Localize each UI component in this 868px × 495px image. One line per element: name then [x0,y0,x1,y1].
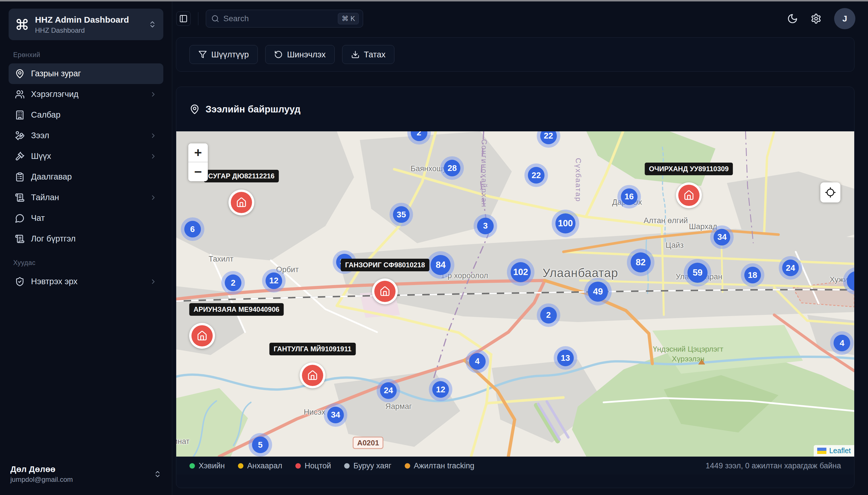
cluster-marker[interactable]: 6 [181,217,204,241]
cluster-marker[interactable]: 82 [627,249,654,276]
chevron-right-icon [150,278,157,285]
scroll-icon [15,193,25,203]
sidebar-item-label: Салбар [31,110,157,120]
gear-icon [810,13,821,24]
legend-dot [295,463,301,468]
cluster-count: 4 [834,335,850,351]
cluster-marker[interactable]: 4 [465,349,489,373]
download-button[interactable]: Татах [342,45,395,64]
cluster-marker[interactable]: 4 [830,331,854,355]
cluster-marker[interactable]: 3 [474,214,497,238]
cluster-marker[interactable]: 59 [684,259,711,287]
sidebar-item-gavel[interactable]: Шүүх [9,146,163,167]
cluster-count: 34 [714,229,730,245]
cluster-marker[interactable]: 12 [262,269,285,292]
cluster-count [847,271,854,291]
search-box[interactable]: ⌘ K [206,10,363,28]
cluster-marker[interactable]: 34 [324,403,347,427]
cluster-count: 35 [393,206,410,223]
sidebar-item-map-pin[interactable]: Газрын зураг [9,63,163,84]
cluster-marker[interactable]: 12 [429,378,452,401]
sidebar: HHZ Admin Dashboard HHZ Dashboard Ерөнхи… [0,0,172,495]
chevron-right-icon [150,91,157,98]
cluster-marker[interactable]: 102 [507,258,535,286]
leaflet-link[interactable]: Leaflet [829,446,851,455]
cluster-marker[interactable]: 34 [710,225,734,249]
users-icon [15,89,25,99]
legend-item: Ноцтой [295,461,331,470]
sidebar-item-shield[interactable]: Нэвтрэх эрх [9,271,163,292]
cluster-count: 38 [336,254,353,270]
cluster-marker[interactable]: 100 [552,210,579,237]
cluster-count: 22 [540,131,557,144]
cluster-count: 102 [511,262,531,282]
avatar[interactable]: J [834,8,855,29]
cluster-marker[interactable]: 28 [440,156,464,180]
clipboard-icon [15,172,25,182]
brand-title: HHZ Admin Dashboard [35,14,142,25]
zoom-in-button[interactable]: + [188,143,208,162]
map-pin-icon [190,104,200,115]
sidebar-item-scroll[interactable]: Лог бүртгэл [9,228,163,249]
house-icon [678,185,700,206]
command-icon [16,18,29,31]
cluster-marker[interactable]: 49 [584,278,612,305]
sidebar-item-label: Хэрэглэгчид [31,89,143,99]
sidebar-item-label: Чат [31,214,157,223]
funnel-button[interactable]: Шүүлтүүр [190,45,258,64]
cluster-count: 2 [540,307,557,324]
sidebar-item-scroll[interactable]: Тайлан [9,187,163,208]
search-icon [211,15,219,23]
legend-dot [190,463,195,468]
cluster-marker[interactable]: 5 [249,433,272,457]
legend-label: Ажилтан tracking [414,461,474,470]
zoom-out-button[interactable]: − [188,162,208,181]
cluster-count: 3 [477,218,494,234]
workspace-switcher[interactable]: HHZ Admin Dashboard HHZ Dashboard [9,8,163,40]
sidebar-item-hand-coins[interactable]: Зээл [9,125,163,146]
loan-pin[interactable] [189,323,215,349]
cluster-marker[interactable]: 2 [537,303,560,327]
cluster-marker[interactable]: 38 [333,250,356,274]
legend-item: Анхаарал [238,461,282,470]
user-menu[interactable]: Дөл Дөлөө jumpdol@gmail.com [9,462,163,487]
chevron-right-icon [150,132,157,139]
sidebar-item-clipboard[interactable]: Даалгавар [9,167,163,187]
zoom-control: + − [188,143,208,181]
search-input[interactable] [223,14,334,23]
sidebar-toggle-button[interactable] [176,12,191,26]
sidebar-item-building[interactable]: Салбар [9,105,163,125]
cluster-marker[interactable]: 2 [221,271,245,294]
loan-pin[interactable] [300,362,326,388]
cluster-marker[interactable]: 24 [779,256,802,279]
nav-section-label: Ерөнхий [13,51,162,59]
sidebar-item-users[interactable]: Хэрэглэгчид [9,84,163,105]
locate-button[interactable] [820,183,840,203]
leaflet-map[interactable]: ТахилтБаянхошууОрбит1-р хороололУлаанбаа… [176,131,854,457]
topbar-divider [198,12,198,25]
legend-item: Хэвийн [190,461,225,470]
house-icon [236,197,247,208]
loan-pin[interactable] [676,183,702,208]
loan-pin[interactable] [228,190,254,216]
sidebar-item-label: Даалгавар [31,172,157,182]
refresh-button[interactable]: Шинэчлэх [265,45,335,64]
loan-pin[interactable] [372,278,398,304]
cluster-marker[interactable]: 22 [524,164,548,187]
cluster-marker[interactable]: 35 [390,203,413,226]
cluster-marker[interactable]: 16 [618,185,641,208]
theme-toggle-button[interactable] [787,13,798,24]
cluster-marker[interactable]: 13 [554,346,577,370]
cluster-marker[interactable]: 24 [377,379,400,403]
toolbar-card: ШүүлтүүрШинэчлэхТатах [176,37,854,72]
cluster-marker[interactable]: 18 [741,263,764,287]
map-attribution: Leaflet [814,445,854,457]
cluster-marker[interactable]: 84 [427,251,454,279]
map-card-title: Зээлийн байршлууд [206,104,300,115]
sidebar-item-label: Тайлан [31,193,143,202]
topbar-actions: J [787,8,855,29]
settings-button[interactable] [810,13,821,24]
sidebar-item-message[interactable]: Чат [9,208,163,228]
house-icon [192,325,213,346]
legend-dot [238,463,243,468]
